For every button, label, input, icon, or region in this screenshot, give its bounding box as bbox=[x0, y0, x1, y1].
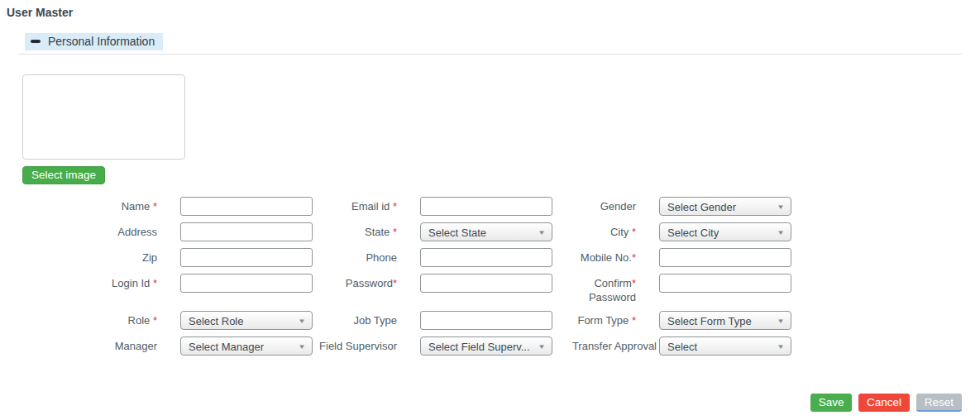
transfer-approval-label: Transfer Approval bbox=[552, 336, 659, 356]
form-content: Select image Name * Email id * Gender Se… bbox=[22, 74, 980, 356]
address-field-cell bbox=[180, 222, 313, 241]
confirm-password-field-cell bbox=[659, 274, 791, 304]
job-type-input[interactable] bbox=[420, 311, 552, 330]
confirm-password-label: Confirm*Password bbox=[552, 274, 659, 304]
address-input[interactable] bbox=[180, 222, 313, 241]
section-divider: Personal Information bbox=[18, 33, 962, 55]
collapse-minus-icon[interactable] bbox=[31, 40, 41, 43]
mobile-label: Mobile No.* bbox=[552, 248, 659, 267]
chevron-down-icon: ▼ bbox=[777, 199, 785, 213]
state-select[interactable]: Select State▼ bbox=[420, 222, 552, 241]
role-label: Role * bbox=[22, 311, 180, 330]
section-title: Personal Information bbox=[48, 35, 155, 48]
save-button[interactable]: Save bbox=[810, 394, 853, 412]
zip-input[interactable] bbox=[180, 248, 313, 267]
select-image-button[interactable]: Select image bbox=[22, 166, 105, 184]
job-type-label: Job Type bbox=[313, 311, 420, 330]
state-label: State * bbox=[313, 222, 420, 241]
mobile-field-cell bbox=[659, 248, 791, 267]
password-label: Password* bbox=[313, 274, 420, 304]
email-label: Email id * bbox=[313, 197, 420, 216]
user-form: Name * Email id * Gender Select Gender▼ … bbox=[22, 197, 791, 356]
page-title: User Master bbox=[0, 6, 980, 19]
user-master-page: User Master Personal Information Select … bbox=[0, 0, 980, 412]
confirm-password-input[interactable] bbox=[659, 274, 791, 293]
password-field-cell bbox=[420, 274, 552, 304]
mobile-input[interactable] bbox=[659, 248, 791, 267]
login-id-input[interactable] bbox=[180, 274, 313, 293]
city-select[interactable]: Select City▼ bbox=[659, 222, 791, 241]
form-actions: Save Cancel Reset bbox=[0, 394, 980, 412]
name-label: Name * bbox=[22, 197, 180, 216]
chevron-down-icon: ▼ bbox=[777, 313, 785, 327]
phone-field-cell bbox=[420, 248, 552, 267]
address-label: Address bbox=[22, 222, 180, 241]
email-field-cell bbox=[420, 197, 552, 216]
zip-field-cell bbox=[180, 248, 313, 267]
cancel-button[interactable]: Cancel bbox=[858, 394, 910, 412]
phone-input[interactable] bbox=[420, 248, 552, 267]
role-select[interactable]: Select Role▼ bbox=[180, 311, 313, 330]
email-input[interactable] bbox=[420, 197, 552, 216]
field-supervisor-select[interactable]: Select Field Superv...▼ bbox=[420, 336, 552, 356]
password-input[interactable] bbox=[420, 274, 552, 293]
manager-label: Manager bbox=[22, 336, 180, 356]
manager-select[interactable]: Select Manager▼ bbox=[180, 336, 313, 356]
login-id-field-cell bbox=[180, 274, 313, 304]
chevron-down-icon: ▼ bbox=[298, 339, 306, 353]
gender-label: Gender bbox=[552, 197, 659, 216]
form-type-label: Form Type * bbox=[552, 311, 659, 330]
job-type-field-cell bbox=[420, 311, 552, 330]
name-field-cell bbox=[180, 197, 313, 216]
login-id-label: Login Id * bbox=[22, 274, 180, 304]
chevron-down-icon: ▼ bbox=[777, 225, 785, 239]
reset-button[interactable]: Reset bbox=[916, 394, 962, 412]
field-supervisor-label: Field Supervisor bbox=[313, 336, 420, 356]
profile-image-preview bbox=[22, 74, 185, 160]
name-input[interactable] bbox=[180, 197, 313, 216]
transfer-approval-select[interactable]: Select▼ bbox=[659, 336, 791, 356]
gender-select[interactable]: Select Gender▼ bbox=[659, 197, 791, 216]
section-header-personal-information[interactable]: Personal Information bbox=[25, 33, 163, 50]
chevron-down-icon: ▼ bbox=[538, 225, 546, 239]
chevron-down-icon: ▼ bbox=[777, 339, 785, 353]
form-type-select[interactable]: Select Form Type▼ bbox=[659, 311, 791, 330]
chevron-down-icon: ▼ bbox=[298, 313, 306, 327]
chevron-down-icon: ▼ bbox=[538, 339, 546, 353]
phone-label: Phone bbox=[313, 248, 420, 267]
city-label: City * bbox=[552, 222, 659, 241]
zip-label: Zip bbox=[22, 248, 180, 267]
